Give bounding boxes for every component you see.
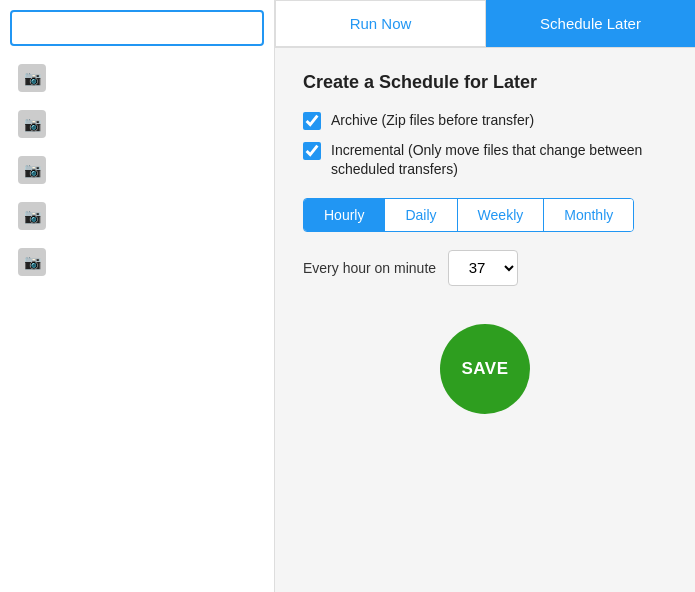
- tab-hourly[interactable]: Hourly: [304, 199, 385, 231]
- frequency-tabs: Hourly Daily Weekly Monthly: [303, 198, 634, 232]
- save-area: SAVE: [303, 304, 667, 414]
- file-icon-4: 📷: [18, 202, 46, 230]
- save-button[interactable]: SAVE: [440, 324, 530, 414]
- archive-label: Archive (Zip files before transfer): [331, 111, 534, 131]
- file-icon-2: 📷: [18, 110, 46, 138]
- file-icon-1: 📷: [18, 64, 46, 92]
- file-list: 📷 📷 📷 📷 📷: [10, 54, 264, 282]
- right-panel: Run Now Schedule Later Create a Schedule…: [275, 0, 695, 592]
- checkbox-group: Archive (Zip files before transfer) Incr…: [303, 111, 667, 180]
- minute-select[interactable]: 37 0 5 10 15 20 25 30 35 40 45 50 55: [448, 250, 518, 286]
- list-item: 📷: [10, 196, 264, 236]
- incremental-checkbox-item[interactable]: Incremental (Only move files that change…: [303, 141, 667, 180]
- minute-label: Every hour on minute: [303, 260, 436, 276]
- file-icon-5: 📷: [18, 248, 46, 276]
- list-item: 📷: [10, 104, 264, 144]
- tab-monthly[interactable]: Monthly: [544, 199, 633, 231]
- list-item: 📷: [10, 150, 264, 190]
- file-icon-3: 📷: [18, 156, 46, 184]
- list-item: 📷: [10, 58, 264, 98]
- tab-schedule-later[interactable]: Schedule Later: [486, 0, 695, 47]
- archive-checkbox-item[interactable]: Archive (Zip files before transfer): [303, 111, 667, 131]
- left-panel: 📷 📷 📷 📷 📷: [0, 0, 275, 592]
- tab-daily[interactable]: Daily: [385, 199, 457, 231]
- schedule-content: Create a Schedule for Later Archive (Zip…: [275, 48, 695, 438]
- incremental-checkbox[interactable]: [303, 142, 321, 160]
- section-title: Create a Schedule for Later: [303, 72, 667, 93]
- search-input[interactable]: [10, 10, 264, 46]
- minute-row: Every hour on minute 37 0 5 10 15 20 25 …: [303, 250, 667, 286]
- tab-run-now[interactable]: Run Now: [275, 0, 486, 47]
- tab-bar: Run Now Schedule Later: [275, 0, 695, 48]
- archive-checkbox[interactable]: [303, 112, 321, 130]
- list-item: 📷: [10, 242, 264, 282]
- incremental-label: Incremental (Only move files that change…: [331, 141, 667, 180]
- tab-weekly[interactable]: Weekly: [458, 199, 545, 231]
